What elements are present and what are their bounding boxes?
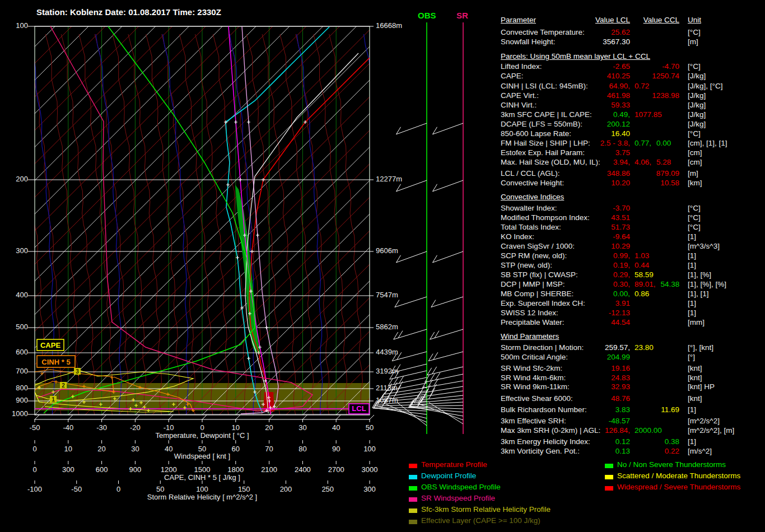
wind-tick-label: 100 <box>354 445 385 453</box>
isotherm-major <box>0 26 222 415</box>
temp-tick-label: -20 <box>119 423 151 432</box>
table-row: CINH Virt.:59.33[J/kg] <box>501 101 765 110</box>
table-row: SWISS 12 Index:-12.13[1] <box>501 309 765 318</box>
cape-tick-label: 3000 <box>354 465 385 474</box>
legend-label: Widespread / Severe Thunderstorms <box>617 483 740 491</box>
value-lcl: 64.90, <box>501 82 630 90</box>
height-marker-label: 3 <box>76 368 79 375</box>
row-unit: [m] <box>688 38 698 46</box>
cape-tick-label: 600 <box>86 465 118 474</box>
pressure-tick-label: 100 <box>4 21 28 30</box>
temp-tick-label: 50 <box>354 423 385 432</box>
row-unit: [knt] <box>688 374 702 382</box>
value-2: 0.86 <box>635 290 649 298</box>
value-lcl: 10.29 <box>501 242 630 250</box>
wind-barb <box>433 251 464 263</box>
row-unit: [cm] <box>688 148 702 157</box>
value-lcl: 259.57, <box>501 343 630 352</box>
height-marker-label: 1 <box>52 396 55 403</box>
value-lcl: -3.70 <box>501 204 630 212</box>
dry-adiabat <box>329 34 363 415</box>
srh-tick-label: 300 <box>354 485 385 493</box>
parameter-table: ParameterValue LCLValue CCLUnitConvectiv… <box>501 0 765 459</box>
temp-tick-label: -10 <box>153 423 184 432</box>
row-unit: [knt] <box>688 394 702 403</box>
pressure-tick-label: 600 <box>4 348 28 356</box>
row-unit: [1], [1] <box>688 290 709 298</box>
row-unit: [m/s^2] <box>688 447 712 455</box>
table-row: CINH | LSI (LCL: 945mB):64.90,0.72[J/kg]… <box>501 82 765 91</box>
value-2: 0.44 <box>635 261 649 269</box>
row-unit: [1] <box>688 261 696 269</box>
cinh-profile-marker <box>40 372 44 375</box>
table-row: Estofex Exp. Hail Param:3.75[cm] <box>501 148 765 157</box>
table-row: SCP RM (new, old):0.99,1.03[1] <box>501 251 765 260</box>
value-ccl: 0.38 <box>501 437 679 446</box>
bottom-hatch <box>236 415 240 419</box>
row-unit: [J/kg] <box>688 91 706 100</box>
srh-tick-label: -100 <box>19 485 50 493</box>
legend-swatch-icon <box>409 508 417 513</box>
table-row: FM Hail Size | SHIP | LHP:2.5 - 3.8,0.77… <box>501 139 765 148</box>
value-lcl: 51.73 <box>501 223 630 231</box>
table-row: Effective Shear 6000:48.76[knt] <box>501 394 765 403</box>
srh-tick-label: 250 <box>312 485 343 493</box>
table-row: CAPE Virt.:461.981238.98[J/kg] <box>501 91 765 100</box>
temp-tick-label: -30 <box>86 423 118 432</box>
value-flow: 4.06,5.28 <box>635 158 671 166</box>
legend-swatch-icon <box>409 475 417 479</box>
isotherm-major <box>0 26 189 415</box>
cape-tick-label: 300 <box>53 465 84 474</box>
value-ccl: 0.22 <box>501 447 679 455</box>
table-row: 3km Effective SRH:-48.57[m^2/s^2] <box>501 417 765 426</box>
value-lcl: 200.12 <box>501 120 630 128</box>
temp-tick-label: 0 <box>186 423 218 432</box>
cape-label: CAPE <box>40 341 60 349</box>
row-unit: [1] <box>688 251 696 260</box>
row-unit: [m^2/s^2], [m] <box>688 426 734 435</box>
row-unit: [°C] <box>688 213 701 222</box>
row-unit: [J/kg] <box>688 120 706 128</box>
isotherm-major <box>0 26 156 415</box>
srh-tick-label: 150 <box>228 485 260 493</box>
value-flow: 0.72 <box>635 82 649 90</box>
cinh-label: CINH * 5 <box>41 358 70 366</box>
wind-tick-label: 90 <box>320 445 352 453</box>
row-unit: [cm] <box>688 158 702 166</box>
header-unit: Unit <box>688 16 701 24</box>
temp-axis-title: Temperature, Dewpoint [ °C ] <box>85 431 320 440</box>
value-2: 4.06, <box>635 158 651 166</box>
row-unit: [1] <box>688 299 696 307</box>
srh-axis-title: Storm Relative Helicity [ m^2/s^2 ] <box>85 493 320 501</box>
isotherm-major <box>102 26 491 415</box>
row-unit: [1] <box>688 437 696 446</box>
value-lcl: 44.54 <box>501 318 630 326</box>
row-unit: [1] <box>688 309 696 317</box>
row-unit: [m^2/s^2] <box>688 417 720 425</box>
value-lcl: 48.76 <box>501 394 630 403</box>
row-unit: [mm] <box>688 318 705 326</box>
row-unit: [°C] <box>688 129 701 138</box>
cape-tick-label: 0 <box>19 465 50 474</box>
wind-barb <box>395 297 427 307</box>
value-lcl: 59.33 <box>501 101 630 109</box>
value-flow: 0.77,0.00 <box>635 139 671 147</box>
row-unit: [1] <box>688 405 696 414</box>
table-row: SB STP (fix) | CWASP:0.29,58.59[1], [%] <box>501 270 765 279</box>
altitude-label: 3192m <box>376 367 398 375</box>
value-flow: 0.86 <box>635 290 649 298</box>
cape-tick-label: 2700 <box>320 465 352 474</box>
temperature-profile <box>249 58 370 414</box>
table-row: SR Wind Sfc-2km:19.16[knt] <box>501 364 765 373</box>
value-lcl: 3.94, <box>501 158 630 166</box>
row-unit: [1], [%], [%] <box>688 280 726 288</box>
srh-tick-label: 200 <box>270 485 302 493</box>
table-row: CAPE:410.251250.74[J/kg] <box>501 72 765 81</box>
value-2: 1.03 <box>635 251 649 260</box>
wind-barb <box>433 180 464 192</box>
dry-adiabat <box>95 34 128 415</box>
value-lcl: 0.19, <box>501 261 630 269</box>
temp-tick-label: -40 <box>53 423 84 432</box>
bottom-hatch <box>68 415 73 419</box>
value-flow: 1077.85 <box>635 110 662 119</box>
